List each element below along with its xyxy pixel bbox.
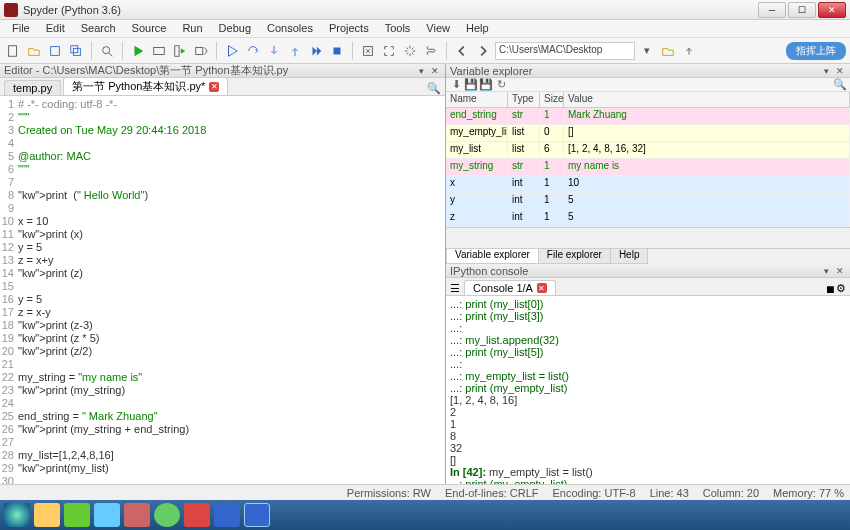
console-stop-icon[interactable]: ⏹ xyxy=(825,283,836,295)
var-row[interactable]: my_stringstr1my name is xyxy=(446,159,850,176)
new-file-icon[interactable] xyxy=(4,42,22,60)
step-out-icon[interactable] xyxy=(286,42,304,60)
var-row[interactable]: yint15 xyxy=(446,193,850,210)
editor-search-icon[interactable]: 🔍 xyxy=(427,82,441,95)
task-app3-icon[interactable] xyxy=(154,503,180,527)
save-all-icon[interactable] xyxy=(67,42,85,60)
forward-icon[interactable] xyxy=(474,42,492,60)
menu-file[interactable]: File xyxy=(4,20,38,37)
preferences-icon[interactable] xyxy=(401,42,419,60)
task-browser-icon[interactable] xyxy=(64,503,90,527)
run-icon[interactable] xyxy=(129,42,147,60)
varexp-options-icon[interactable]: ▾ xyxy=(820,65,832,77)
stop-icon[interactable] xyxy=(328,42,346,60)
tab-current[interactable]: 第一节 Python基本知识.py*✕ xyxy=(63,77,228,95)
editor-options-icon[interactable]: ▾ xyxy=(415,65,427,77)
start-button[interactable] xyxy=(4,503,30,527)
close-button[interactable]: ✕ xyxy=(818,2,846,18)
tab-variable-explorer[interactable]: Variable explorer xyxy=(446,249,539,264)
ipython-close-icon[interactable]: ✕ xyxy=(834,265,846,277)
task-app2-icon[interactable] xyxy=(124,503,150,527)
menu-edit[interactable]: Edit xyxy=(38,20,73,37)
status-line: Line: 43 xyxy=(650,487,689,499)
tab-close-icon[interactable]: ✕ xyxy=(209,82,219,92)
svg-rect-12 xyxy=(334,47,341,54)
col-type[interactable]: Type xyxy=(508,92,540,107)
maximize-button[interactable]: ☐ xyxy=(788,2,816,18)
run-selection-icon[interactable] xyxy=(171,42,189,60)
console-menu-icon[interactable]: ☰ xyxy=(450,282,460,295)
tab-file-explorer[interactable]: File explorer xyxy=(538,249,611,264)
editor-close-icon[interactable]: ✕ xyxy=(429,65,441,77)
save-data-as-icon[interactable]: 💾 xyxy=(480,79,492,91)
continue-icon[interactable] xyxy=(307,42,325,60)
fullscreen-icon[interactable] xyxy=(380,42,398,60)
var-row[interactable]: end_stringstr1Mark Zhuang xyxy=(446,108,850,125)
task-spyder-icon[interactable] xyxy=(244,503,270,527)
browse-dir-icon[interactable] xyxy=(659,42,677,60)
col-value[interactable]: Value xyxy=(564,92,850,107)
parent-dir-icon[interactable] xyxy=(680,42,698,60)
var-row[interactable]: xint110 xyxy=(446,176,850,193)
menu-view[interactable]: View xyxy=(418,20,458,37)
taskbar xyxy=(0,500,850,530)
open-file-icon[interactable] xyxy=(25,42,43,60)
task-app1-icon[interactable] xyxy=(94,503,120,527)
task-explorer-icon[interactable] xyxy=(34,503,60,527)
varexp-toolbar: ⬇ 💾 💾 ↻ 🔍 xyxy=(446,78,850,92)
col-size[interactable]: Size xyxy=(540,92,564,107)
menu-consoles[interactable]: Consoles xyxy=(259,20,321,37)
console-options-icon[interactable]: ⚙ xyxy=(836,282,846,295)
debug-icon[interactable] xyxy=(223,42,241,60)
status-column: Column: 20 xyxy=(703,487,759,499)
var-row[interactable]: zint15 xyxy=(446,210,850,227)
recording-badge[interactable]: 指挥上阵 xyxy=(786,42,846,60)
pythonpath-icon[interactable] xyxy=(422,42,440,60)
varexp-close-icon[interactable]: ✕ xyxy=(834,65,846,77)
menu-source[interactable]: Source xyxy=(124,20,175,37)
statusbar: Permissions: RW End-of-lines: CRLF Encod… xyxy=(0,484,850,500)
status-encoding: Encoding: UTF-8 xyxy=(553,487,636,499)
task-word-icon[interactable] xyxy=(214,503,240,527)
dropdown-icon[interactable]: ▾ xyxy=(638,42,656,60)
svg-rect-7 xyxy=(175,45,179,56)
maximize-pane-icon[interactable] xyxy=(359,42,377,60)
run-cell-advance-icon[interactable] xyxy=(192,42,210,60)
minimize-button[interactable]: ─ xyxy=(758,2,786,18)
refresh-icon[interactable]: ↻ xyxy=(495,79,507,91)
var-row[interactable]: my_listlist6[1, 2, 4, 8, 16, 32] xyxy=(446,142,850,159)
varexp-search-icon[interactable]: 🔍 xyxy=(834,79,846,91)
step-into-icon[interactable] xyxy=(265,42,283,60)
tab-temp[interactable]: temp.py xyxy=(4,80,61,95)
working-dir-input[interactable]: C:\Users\MAC\Desktop xyxy=(495,42,635,60)
menu-search[interactable]: Search xyxy=(73,20,124,37)
search-icon[interactable] xyxy=(98,42,116,60)
varexp-bottom-tabs: Variable explorer File explorer Help xyxy=(446,248,850,264)
var-row[interactable]: my_empty_listlist0[] xyxy=(446,125,850,142)
menu-help[interactable]: Help xyxy=(458,20,497,37)
status-permissions: Permissions: RW xyxy=(347,487,431,499)
menu-projects[interactable]: Projects xyxy=(321,20,377,37)
col-name[interactable]: Name xyxy=(446,92,508,107)
svg-rect-2 xyxy=(71,45,78,52)
save-icon[interactable] xyxy=(46,42,64,60)
menu-run[interactable]: Run xyxy=(174,20,210,37)
task-powerpoint-icon[interactable] xyxy=(184,503,210,527)
run-cell-icon[interactable] xyxy=(150,42,168,60)
varexp-label: Variable explorer xyxy=(450,65,532,77)
tab-help[interactable]: Help xyxy=(610,249,649,264)
menu-debug[interactable]: Debug xyxy=(211,20,259,37)
ipython-console[interactable]: ...: print (my_list[0]) ...: print (my_l… xyxy=(446,296,850,486)
step-over-icon[interactable] xyxy=(244,42,262,60)
svg-rect-6 xyxy=(154,47,165,54)
console-tab-close-icon[interactable]: ✕ xyxy=(537,283,547,293)
save-data-icon[interactable]: 💾 xyxy=(465,79,477,91)
code-editor[interactable]: 1# -*- coding: utf-8 -*-2"""3Created on … xyxy=(0,96,445,502)
menu-tools[interactable]: Tools xyxy=(377,20,419,37)
import-data-icon[interactable]: ⬇ xyxy=(450,79,462,91)
ipython-options-icon[interactable]: ▾ xyxy=(820,265,832,277)
console-tab[interactable]: Console 1/A✕ xyxy=(464,280,556,295)
status-eol: End-of-lines: CRLF xyxy=(445,487,539,499)
back-icon[interactable] xyxy=(453,42,471,60)
variable-table: Name Type Size Value end_stringstr1Mark … xyxy=(446,92,850,228)
